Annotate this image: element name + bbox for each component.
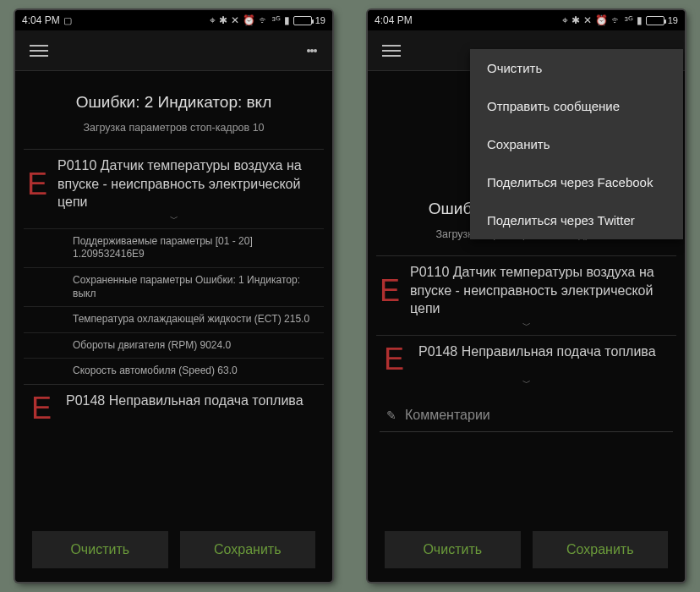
signal-icon: ▮ [284, 14, 290, 26]
menu-item-share-twitter[interactable]: Поделиться через Twitter [470, 201, 683, 239]
page-subtitle: Загрузка параметров стоп-кадров 10 [24, 122, 324, 134]
network-icon: ³ᴳ [625, 14, 633, 26]
clock: 4:04 PM [375, 14, 413, 26]
alarm-icon: ⏰ [243, 14, 255, 26]
error-indicator-icon: E [27, 392, 56, 425]
error-item[interactable]: E P0148 Неправильная подача топлива [24, 384, 324, 430]
button-bar: Очистить Сохранить [376, 519, 676, 582]
battery-icon [293, 16, 312, 25]
error-description: Неправильная подача топлива [462, 344, 656, 359]
hamburger-menu-icon[interactable] [376, 36, 407, 66]
chevron-down-icon[interactable]: ﹀ [376, 377, 676, 389]
menu-item-clear[interactable]: Очистить [470, 49, 683, 87]
content-area: Ошибки: 2 Индикатор: вкл Загрузка параме… [15, 71, 332, 582]
location-icon: ⌖ [562, 14, 568, 26]
bluetooth-icon: ✱ [571, 14, 580, 26]
battery-icon [646, 16, 664, 25]
chevron-down-icon[interactable]: ﹀ [24, 213, 324, 225]
param-row: Обороты двигателя (RPM) 9024.0 [24, 332, 324, 359]
error-indicator-icon: E [27, 167, 47, 201]
overflow-menu-icon[interactable] [297, 36, 327, 66]
comments-placeholder: Комментарии [405, 408, 490, 423]
wifi-icon: ᯤ [259, 14, 269, 26]
mute-icon: ✕ [583, 14, 592, 26]
network-icon: ³ᴳ [272, 14, 281, 26]
wifi-icon: ᯤ [611, 14, 621, 26]
status-bar: 4:04 PM ⌖ ✱ ✕ ⏰ ᯤ ³ᴳ ▮ 19 [368, 10, 685, 30]
phone-screen-2: 4:04 PM ⌖ ✱ ✕ ⏰ ᯤ ³ᴳ ▮ 19 Очистить Отпра… [368, 10, 685, 582]
phone-screen-1: 4:04 PM ▢ ⌖ ✱ ✕ ⏰ ᯤ ³ᴳ ▮ 19 Ошибки: 2 Ин… [15, 10, 332, 582]
error-code: P0110 [410, 265, 449, 279]
picture-icon: ▢ [63, 15, 72, 26]
clear-button[interactable]: Очистить [32, 531, 168, 568]
chevron-down-icon[interactable]: ﹀ [376, 320, 676, 332]
bluetooth-icon: ✱ [219, 14, 227, 26]
menu-item-share-facebook[interactable]: Поделиться через Facebook [470, 163, 683, 201]
overflow-menu-popup: Очистить Отправить сообщение Сохранить П… [470, 49, 683, 239]
battery-percent: 19 [668, 15, 678, 25]
app-bar [15, 30, 332, 71]
menu-item-send-message[interactable]: Отправить сообщение [470, 87, 683, 125]
page-title: Ошибки: 2 Индикатор: вкл [24, 93, 324, 112]
error-item[interactable]: E P0148 Неправильная подача топлива [376, 335, 676, 381]
error-indicator-icon: E [380, 274, 400, 308]
button-bar: Очистить Сохранить [24, 519, 324, 582]
error-code: P0148 [418, 344, 457, 359]
error-item[interactable]: E P0110 Датчик температуры воздуха на вп… [24, 149, 324, 217]
battery-percent: 19 [315, 15, 325, 25]
param-row: Температура охлаждающей жидкости (ECT) 2… [24, 306, 324, 332]
clear-button[interactable]: Очистить [385, 531, 521, 568]
location-icon: ⌖ [210, 14, 216, 26]
menu-item-save[interactable]: Сохранить [470, 125, 683, 163]
comments-input[interactable]: ✎ Комментарии [380, 399, 673, 432]
save-button[interactable]: Сохранить [533, 531, 669, 568]
save-button[interactable]: Сохранить [180, 531, 316, 568]
alarm-icon: ⏰ [595, 14, 608, 26]
pencil-icon: ✎ [386, 408, 396, 422]
param-row: Скорость автомобиля (Speed) 63.0 [24, 358, 324, 384]
param-row: Сохраненные параметры Ошибки: 1 Индикато… [24, 267, 324, 306]
error-code: P0110 [57, 158, 96, 173]
error-code: P0148 [66, 393, 105, 408]
error-item[interactable]: E P0110 Датчик температуры воздуха на вп… [376, 255, 676, 323]
status-bar: 4:04 PM ▢ ⌖ ✱ ✕ ⏰ ᯤ ³ᴳ ▮ 19 [15, 10, 332, 30]
param-row: Поддерживаемые параметры [01 - 20] 1.209… [24, 228, 324, 267]
hamburger-menu-icon[interactable] [24, 36, 54, 66]
error-indicator-icon: E [380, 343, 408, 376]
signal-icon: ▮ [637, 14, 643, 26]
mute-icon: ✕ [231, 14, 239, 26]
clock: 4:04 PM [22, 14, 60, 26]
error-description: Неправильная подача топлива [109, 393, 304, 408]
